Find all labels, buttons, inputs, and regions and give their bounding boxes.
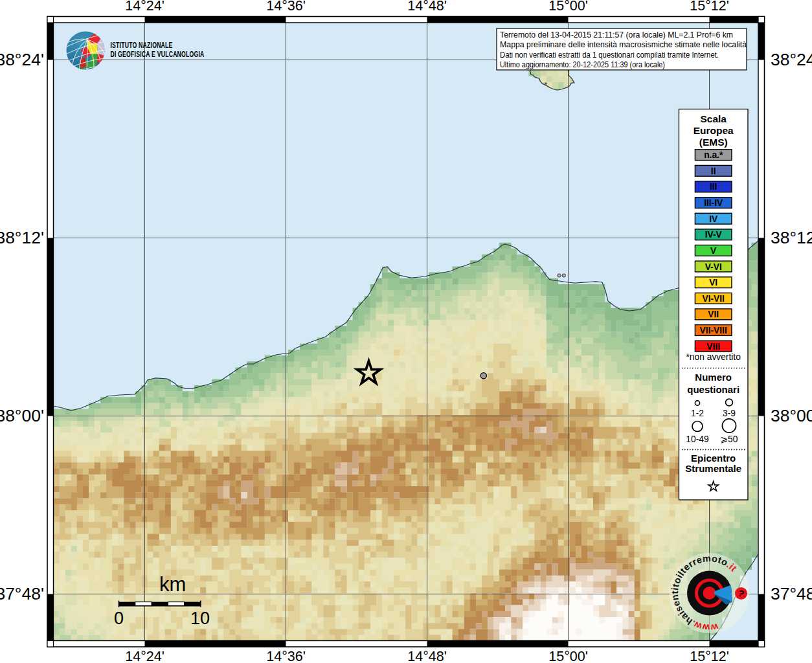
svg-text:DI GEOFISICA E VULCANOLOGIA: DI GEOFISICA E VULCANOLOGIA [110,49,204,58]
svg-text:*non avvertito: *non avvertito [686,352,741,362]
svg-text:Scala: Scala [700,113,727,124]
svg-text:38°24': 38°24' [0,50,44,69]
svg-text:IV-V: IV-V [705,230,723,240]
svg-text:38°00': 38°00' [771,406,812,425]
svg-text:Mappa preliminare delle intens: Mappa preliminare delle intensità macros… [500,39,747,49]
svg-text:Ultimo aggiornamento: 20-12-20: Ultimo aggiornamento: 20-12-2025 11:39 (… [500,60,665,69]
svg-text:VIII: VIII [706,342,720,352]
svg-text:Numero: Numero [695,372,732,383]
svg-text:38°12': 38°12' [0,228,44,247]
svg-text:38°24': 38°24' [771,50,812,69]
svg-text:VII-VIII: VII-VIII [700,326,727,335]
svg-text:14°48': 14°48' [407,0,447,14]
svg-text:14°48': 14°48' [407,649,447,663]
svg-text:0: 0 [114,609,124,628]
svg-text:1-2: 1-2 [691,409,704,418]
svg-text:ISTITUTO NAZIONALE: ISTITUTO NAZIONALE [110,41,172,50]
svg-text:V-VI: V-VI [705,262,722,272]
svg-text:III: III [710,182,717,192]
svg-text:37°48': 37°48' [771,584,812,603]
svg-text:15°12': 15°12' [690,649,729,663]
svg-text:14°24': 14°24' [125,649,164,663]
svg-text:questionari: questionari [687,384,739,395]
svg-text:IV: IV [709,214,718,224]
svg-text:14°24': 14°24' [125,0,164,14]
svg-text:⩾50: ⩾50 [721,434,738,444]
svg-text:10: 10 [190,609,210,628]
svg-text:37°48': 37°48' [0,584,44,603]
svg-text:15°12': 15°12' [690,0,729,14]
svg-text:VII: VII [708,309,719,319]
svg-text:3-9: 3-9 [723,409,736,418]
svg-text:38°00': 38°00' [0,406,44,425]
svg-text:15°00': 15°00' [548,0,588,14]
svg-text:Dati non verificati estratti d: Dati non verificati estratti da 1 questi… [500,50,719,60]
svg-text:Terremoto del 13-04-2015 21:11: Terremoto del 13-04-2015 21:11:57 (ora l… [500,30,733,39]
svg-text:15°00': 15°00' [548,649,588,663]
svg-text:Epicentro: Epicentro [691,453,736,464]
svg-text:n.a.*: n.a.* [704,150,723,160]
svg-text:III-IV: III-IV [704,198,723,208]
svg-text:VI-VII: VI-VII [702,294,725,304]
svg-text:10-49: 10-49 [686,434,709,444]
svg-text:38°12': 38°12' [771,228,812,247]
svg-text:(EMS): (EMS) [699,137,728,148]
svg-text:14°36': 14°36' [266,649,306,663]
svg-text:II: II [711,166,716,176]
svg-text:km: km [159,573,186,596]
svg-text:VI: VI [709,278,717,287]
svg-text:Europea: Europea [694,125,734,136]
svg-text:Strumentale: Strumentale [685,463,741,474]
svg-text:14°36': 14°36' [266,0,306,14]
svg-text:V: V [710,246,717,256]
